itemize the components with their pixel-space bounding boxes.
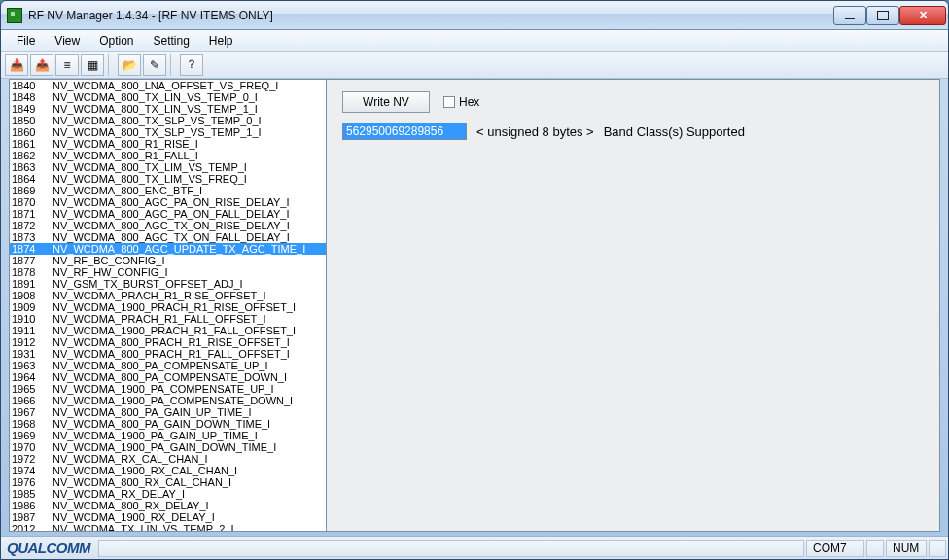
edit-icon[interactable]: ✎ xyxy=(143,54,166,76)
item-name: NV_WCDMA_PRACH_R1_RISE_OFFSET_I xyxy=(53,290,326,301)
item-id: 1985 xyxy=(12,488,53,500)
list-item[interactable]: 2012NV_WCDMA_TX_LIN_VS_TEMP_2_I xyxy=(10,523,326,531)
list-item[interactable]: 1872NV_WCDMA_800_AGC_TX_ON_RISE_DELAY_I xyxy=(10,220,326,231)
list-item[interactable]: 1987NV_WCDMA_1900_RX_DELAY_I xyxy=(10,511,326,523)
detail-pane: Write NV Hex 562950069289856 < unsigned … xyxy=(327,80,939,531)
item-id: 1909 xyxy=(12,301,53,313)
menu-file[interactable]: File xyxy=(7,32,45,50)
list-item[interactable]: 1974NV_WCDMA_1900_RX_CAL_CHAN_I xyxy=(10,465,326,476)
item-id: 1849 xyxy=(12,103,53,115)
item-id: 1986 xyxy=(12,500,53,511)
item-name: NV_WCDMA_800_TX_SLP_VS_TEMP_0_I xyxy=(53,115,326,126)
item-name: NV_GSM_TX_BURST_OFFSET_ADJ_I xyxy=(53,278,326,290)
value-input[interactable]: 562950069289856 xyxy=(342,122,467,140)
list-item[interactable]: 1966NV_WCDMA_1900_PA_COMPENSATE_DOWN_I xyxy=(10,395,326,406)
menu-setting[interactable]: Setting xyxy=(144,32,199,50)
list-item[interactable]: 1874NV_WCDMA_800_AGC_UPDATE_TX_AGC_TIME_… xyxy=(10,243,326,255)
list-item[interactable]: 1985NV_WCDMA_RX_DELAY_I xyxy=(10,488,326,500)
list-item[interactable]: 1840NV_WCDMA_800_LNA_OFFSET_VS_FREQ_I xyxy=(10,80,326,91)
list-item[interactable]: 1963NV_WCDMA_800_PA_COMPENSATE_UP_I xyxy=(10,360,326,371)
brand-logo: QUALCOMM xyxy=(1,540,96,556)
item-name: NV_WCDMA_PRACH_R1_FALL_OFFSET_I xyxy=(53,313,326,325)
menubar: File View Option Setting Help xyxy=(1,30,948,52)
list-item[interactable]: 1871NV_WCDMA_800_AGC_PA_ON_FALL_DELAY_I xyxy=(10,208,326,220)
item-name: NV_WCDMA_1900_PRACH_R1_FALL_OFFSET_I xyxy=(53,325,326,336)
list-item[interactable]: 1970NV_WCDMA_1900_PA_GAIN_DOWN_TIME_I xyxy=(10,441,326,453)
hex-checkbox[interactable] xyxy=(443,96,455,108)
list-item[interactable]: 1910NV_WCDMA_PRACH_R1_FALL_OFFSET_I xyxy=(10,313,326,325)
list-item[interactable]: 1912NV_WCDMA_800_PRACH_R1_RISE_OFFSET_I xyxy=(10,336,326,348)
statusbar: QUALCOMM COM7 NUM xyxy=(1,536,948,559)
menu-view[interactable]: View xyxy=(45,32,89,50)
list-item[interactable]: 1860NV_WCDMA_800_TX_SLP_VS_TEMP_1_I xyxy=(10,126,326,138)
list-item[interactable]: 1931NV_WCDMA_800_PRACH_R1_FALL_OFFSET_I xyxy=(10,348,326,360)
toolbar: 📥📤≡▦📂✎？ xyxy=(1,52,948,79)
list-item[interactable]: 1972NV_WCDMA_RX_CAL_CHAN_I xyxy=(10,453,326,465)
item-id: 1912 xyxy=(12,336,53,348)
item-id: 1974 xyxy=(12,465,53,476)
write-nv-icon[interactable]: 📤 xyxy=(30,54,53,76)
item-id: 1963 xyxy=(12,360,53,371)
list-item[interactable]: 1968NV_WCDMA_800_PA_GAIN_DOWN_TIME_I xyxy=(10,418,326,430)
grid-icon[interactable]: ▦ xyxy=(81,54,104,76)
list-item[interactable]: 1870NV_WCDMA_800_AGC_PA_ON_RISE_DELAY_I xyxy=(10,196,326,208)
item-name: NV_WCDMA_RX_CAL_CHAN_I xyxy=(53,453,326,465)
minimize-button[interactable] xyxy=(833,6,866,25)
help-icon[interactable]: ？ xyxy=(180,54,203,76)
nv-listbox[interactable]: 1840NV_WCDMA_800_LNA_OFFSET_VS_FREQ_I184… xyxy=(10,80,326,531)
item-name: NV_WCDMA_RX_DELAY_I xyxy=(53,488,326,500)
list-item[interactable]: 1908NV_WCDMA_PRACH_R1_RISE_OFFSET_I xyxy=(10,290,326,301)
item-id: 1970 xyxy=(12,441,53,453)
list-item[interactable]: 1891NV_GSM_TX_BURST_OFFSET_ADJ_I xyxy=(10,278,326,290)
list-item[interactable]: 1850NV_WCDMA_800_TX_SLP_VS_TEMP_0_I xyxy=(10,115,326,126)
list-item[interactable]: 1878NV_RF_HW_CONFIG_I xyxy=(10,266,326,278)
close-button[interactable] xyxy=(899,6,946,25)
list-item[interactable]: 1864NV_WCDMA_800_TX_LIM_VS_FREQ_I xyxy=(10,173,326,185)
list-item[interactable]: 1909NV_WCDMA_1900_PRACH_R1_RISE_OFFSET_I xyxy=(10,301,326,313)
item-id: 1863 xyxy=(12,161,53,173)
list-item[interactable]: 1863NV_WCDMA_800_TX_LIM_VS_TEMP_I xyxy=(10,161,326,173)
titlebar[interactable]: RF NV Manager 1.4.34 - [RF NV ITEMS ONLY… xyxy=(1,1,948,30)
list-item[interactable]: 1862NV_WCDMA_800_R1_FALL_I xyxy=(10,150,326,161)
item-name: NV_WCDMA_800_TX_LIM_VS_FREQ_I xyxy=(53,173,326,185)
window-controls xyxy=(833,6,946,25)
list-item[interactable]: 1869NV_WCDMA_800_ENC_BTF_I xyxy=(10,185,326,196)
open-icon[interactable]: 📂 xyxy=(118,54,141,76)
maximize-button[interactable] xyxy=(866,6,899,25)
list-icon[interactable]: ≡ xyxy=(55,54,79,76)
value-desc: Band Class(s) Supported xyxy=(604,124,745,139)
item-id: 1864 xyxy=(12,173,53,185)
item-id: 1987 xyxy=(12,511,53,523)
item-name: NV_RF_BC_CONFIG_I xyxy=(53,255,326,266)
item-id: 1870 xyxy=(12,196,53,208)
write-nv-button[interactable]: Write NV xyxy=(342,91,430,113)
status-spacer xyxy=(98,540,804,557)
list-item[interactable]: 1848NV_WCDMA_800_TX_LIN_VS_TEMP_0_I xyxy=(10,91,326,103)
item-id: 1850 xyxy=(12,115,53,126)
item-id: 1872 xyxy=(12,220,53,231)
list-item[interactable]: 1976NV_WCDMA_800_RX_CAL_CHAN_I xyxy=(10,476,326,488)
list-item[interactable]: 1861NV_WCDMA_800_R1_RISE_I xyxy=(10,138,326,150)
menu-help[interactable]: Help xyxy=(199,32,243,50)
list-item[interactable]: 1911NV_WCDMA_1900_PRACH_R1_FALL_OFFSET_I xyxy=(10,325,326,336)
item-id: 1968 xyxy=(12,418,53,430)
list-item[interactable]: 1986NV_WCDMA_800_RX_DELAY_I xyxy=(10,500,326,511)
item-id: 1967 xyxy=(12,406,53,418)
list-item[interactable]: 1965NV_WCDMA_1900_PA_COMPENSATE_UP_I xyxy=(10,383,326,395)
status-empty1 xyxy=(866,540,884,557)
list-item[interactable]: 1877NV_RF_BC_CONFIG_I xyxy=(10,255,326,266)
item-name: NV_WCDMA_800_PA_COMPENSATE_UP_I xyxy=(53,360,326,371)
item-id: 1862 xyxy=(12,150,53,161)
main-window: RF NV Manager 1.4.34 - [RF NV ITEMS ONLY… xyxy=(0,0,949,560)
item-name: NV_WCDMA_800_TX_LIM_VS_TEMP_I xyxy=(53,161,326,173)
menu-option[interactable]: Option xyxy=(89,32,143,50)
list-item[interactable]: 1964NV_WCDMA_800_PA_COMPENSATE_DOWN_I xyxy=(10,371,326,383)
item-name: NV_WCDMA_1900_PA_COMPENSATE_DOWN_I xyxy=(53,395,326,406)
list-item[interactable]: 1967NV_WCDMA_800_PA_GAIN_UP_TIME_I xyxy=(10,406,326,418)
read-nv-icon[interactable]: 📥 xyxy=(5,54,28,76)
list-item[interactable]: 1849NV_WCDMA_800_TX_LIN_VS_TEMP_1_I xyxy=(10,103,326,115)
item-id: 1878 xyxy=(12,266,53,278)
list-item[interactable]: 1969NV_WCDMA_1900_PA_GAIN_UP_TIME_I xyxy=(10,430,326,441)
list-item[interactable]: 1873NV_WCDMA_800_AGC_TX_ON_FALL_DELAY_I xyxy=(10,231,326,243)
item-name: NV_WCDMA_800_PA_GAIN_UP_TIME_I xyxy=(53,406,326,418)
